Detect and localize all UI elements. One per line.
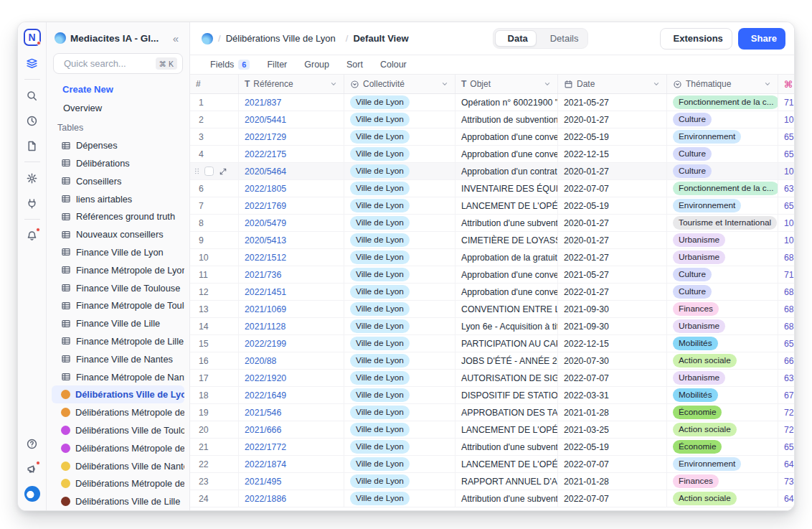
- thematique-cell[interactable]: Action sociale: [667, 421, 778, 438]
- collectivite-cell[interactable]: Ville de Lyon: [344, 387, 455, 403]
- reference-link[interactable]: 2022/1769: [245, 201, 286, 211]
- sidebar-table-item-active[interactable]: Délibérations Ville de Lyon: [52, 385, 184, 403]
- sidebar-table-item[interactable]: Délibérations Ville de Toulo...: [52, 421, 184, 439]
- column-header-date[interactable]: Date: [558, 75, 667, 93]
- links-cell[interactable]: 67: [778, 387, 794, 403]
- collectivite-cell[interactable]: Ville de Lyon: [344, 128, 455, 145]
- workspace-switcher[interactable]: Mediacites IA - Gl... «: [52, 28, 184, 48]
- sidebar-table-item[interactable]: Finance Métropole de Lille: [52, 332, 184, 350]
- date-cell[interactable]: 2022-01-27: [558, 249, 667, 266]
- links-cell[interactable]: 10: [778, 232, 794, 248]
- sidebar-table-item[interactable]: Finance Métropole de Nantes: [52, 368, 184, 386]
- links-cell[interactable]: 65: [778, 197, 794, 214]
- column-header-links[interactable]: ⌘C: [778, 75, 794, 93]
- gear-icon[interactable]: [24, 170, 40, 186]
- chevron-down-icon[interactable]: [440, 80, 449, 88]
- sort-button[interactable]: Sort: [336, 57, 369, 72]
- sidebar-item-overview[interactable]: Overview: [52, 99, 184, 117]
- sidebar-table-item[interactable]: Nouveaux conseillers: [52, 225, 184, 243]
- thematique-cell[interactable]: Tourisme et International: [667, 215, 778, 231]
- collectivite-cell[interactable]: Ville de Lyon: [344, 301, 455, 317]
- table-row[interactable]: 32022/1729Ville de LyonApprobation d'une…: [190, 128, 794, 146]
- column-header-collectivite[interactable]: Collectivité: [344, 75, 455, 93]
- sidebar-table-item[interactable]: liens airtables: [52, 190, 184, 208]
- reference-link[interactable]: 2021/1069: [245, 304, 286, 314]
- integrations-icon[interactable]: [24, 195, 40, 211]
- expand-row-icon[interactable]: [219, 167, 227, 176]
- table-row[interactable]: 142021/1128Ville de LyonLyon 6e - Acquis…: [190, 318, 794, 335]
- thematique-cell[interactable]: Urbanisme: [667, 249, 778, 266]
- date-cell[interactable]: 2022-07-07: [558, 456, 667, 472]
- reference-cell[interactable]: 2021/736: [239, 266, 344, 283]
- sidebar-table-item[interactable]: Dépenses: [52, 136, 184, 154]
- sidebar-table-item[interactable]: Conseillers: [52, 172, 184, 190]
- links-cell[interactable]: 72: [778, 421, 794, 438]
- tables-section-header[interactable]: Tables: [52, 120, 184, 137]
- collectivite-cell[interactable]: Ville de Lyon: [344, 111, 455, 128]
- grid-search-button[interactable]: [781, 62, 785, 67]
- collectivite-cell[interactable]: Ville de Lyon: [344, 94, 455, 111]
- date-cell[interactable]: 2022-07-07: [558, 180, 667, 197]
- thematique-cell[interactable]: Environnement: [667, 456, 778, 472]
- date-cell[interactable]: 2022-01-27: [558, 284, 667, 300]
- thematique-cell[interactable]: Fonctionnement de la c...: [667, 94, 778, 111]
- reference-link[interactable]: 2020/5464: [245, 167, 286, 177]
- reference-cell[interactable]: 2021/837: [239, 94, 344, 111]
- layers-icon[interactable]: [24, 55, 40, 71]
- table-row[interactable]: 112021/736Ville de LyonApprobation d'une…: [190, 266, 794, 284]
- reference-cell[interactable]: 2020/5464: [239, 163, 344, 179]
- reference-cell[interactable]: 2022/1769: [239, 197, 344, 214]
- date-cell[interactable]: 2020-01-27: [558, 111, 667, 128]
- table-row[interactable]: 242022/1886Ville de LyonAttribution d'un…: [190, 490, 794, 507]
- reference-link[interactable]: 2020/5479: [245, 218, 286, 228]
- table-row[interactable]: 202021/666Ville de LyonLANCEMENT DE L'OP…: [190, 421, 794, 439]
- reference-link[interactable]: 2022/1874: [245, 459, 286, 469]
- table-row[interactable]: 182022/1649Ville de LyonDISPOSITIF DE ST…: [190, 387, 794, 404]
- create-new-button[interactable]: Create New: [52, 80, 184, 99]
- reference-cell[interactable]: 2021/495: [239, 473, 344, 490]
- reference-cell[interactable]: 2020/5413: [239, 232, 344, 248]
- collectivite-cell[interactable]: Ville de Lyon: [344, 421, 455, 438]
- reference-link[interactable]: 2022/2199: [245, 339, 286, 349]
- reference-link[interactable]: 2020/5441: [245, 115, 286, 125]
- drag-handle-icon[interactable]: [193, 167, 201, 175]
- objet-cell[interactable]: APPROBATION DES TARIF...: [455, 404, 558, 421]
- table-row[interactable]: 222022/1874Ville de LyonLANCEMENT DE L'O…: [190, 456, 794, 473]
- reference-link[interactable]: 2021/837: [245, 98, 281, 108]
- date-cell[interactable]: 2020-01-27: [558, 163, 667, 179]
- thematique-cell[interactable]: Action sociale: [667, 352, 778, 369]
- objet-cell[interactable]: AUTORISATION DE SIGNA...: [455, 370, 558, 386]
- breadcrumb-view-name[interactable]: Default View: [353, 33, 408, 44]
- thematique-cell[interactable]: Culture: [667, 284, 778, 300]
- links-cell[interactable]: 71: [778, 94, 794, 111]
- column-header-objet[interactable]: TObjet: [455, 75, 558, 93]
- thematique-cell[interactable]: Urbanisme: [667, 318, 778, 334]
- collectivite-cell[interactable]: Ville de Lyon: [344, 163, 455, 179]
- sidebar-table-item[interactable]: Finance Ville de Toulouse: [52, 279, 184, 297]
- objet-cell[interactable]: Opération n° 60021900 "...: [455, 94, 558, 111]
- objet-cell[interactable]: Attribution d'une subventio...: [455, 215, 558, 231]
- table-row[interactable]: 12021/837Ville de LyonOpération n° 60021…: [190, 94, 794, 111]
- table-row[interactable]: 72022/1769Ville de LyonLANCEMENT DE L'OP…: [190, 197, 794, 215]
- date-cell[interactable]: 2022-07-07: [558, 370, 667, 386]
- objet-cell[interactable]: INVENTAIRE DES ÉQUIPE...: [455, 180, 558, 197]
- collectivite-cell[interactable]: Ville de Lyon: [344, 473, 455, 490]
- reference-link[interactable]: 2022/1805: [245, 184, 286, 194]
- chevron-down-icon[interactable]: [329, 80, 338, 88]
- thematique-cell[interactable]: Culture: [667, 266, 778, 283]
- sidebar-table-item[interactable]: Délibérations Ville de Nantes: [52, 457, 184, 475]
- collectivite-cell[interactable]: Ville de Lyon: [344, 318, 455, 334]
- objet-cell[interactable]: Attribution d'une subventio...: [455, 490, 558, 507]
- links-cell[interactable]: 63: [778, 180, 794, 197]
- sidebar-table-item[interactable]: Délibérations Métropole de ...: [52, 403, 184, 421]
- links-cell[interactable]: 68: [778, 301, 794, 317]
- sidebar-table-item[interactable]: Finance Ville de Nantes: [52, 350, 184, 368]
- reference-cell[interactable]: 2021/1128: [239, 318, 344, 334]
- date-cell[interactable]: 2022-05-19: [558, 128, 667, 145]
- collectivite-cell[interactable]: Ville de Lyon: [344, 215, 455, 231]
- links-cell[interactable]: 65: [778, 439, 794, 455]
- date-cell[interactable]: 2021-01-28: [558, 404, 667, 421]
- sidebar-table-item[interactable]: Finance Métropole de Lyon: [52, 261, 184, 279]
- reference-cell[interactable]: 2022/1886: [239, 490, 344, 507]
- date-cell[interactable]: 2020-01-27: [558, 232, 667, 248]
